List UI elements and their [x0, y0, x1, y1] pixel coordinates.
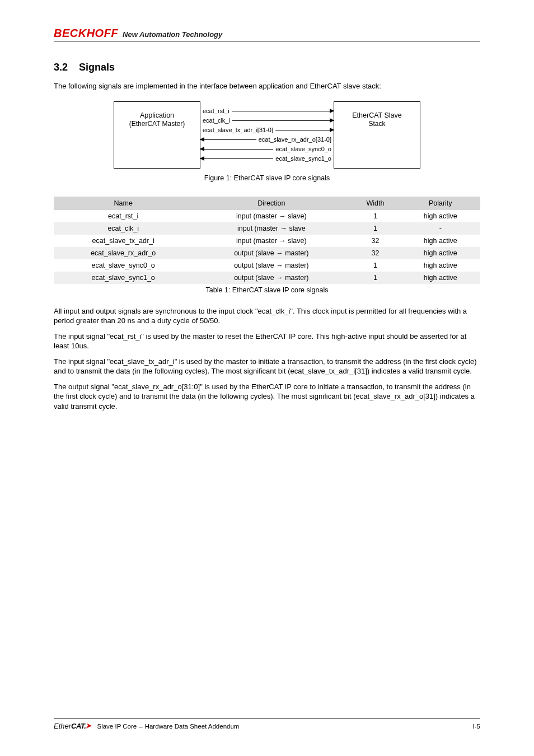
table-row: ecat_slave_rx_adr_ooutput (slave → maste… — [54, 247, 480, 259]
logo-text: Ether — [54, 722, 71, 730]
intro-paragraph: The following signals are implemented in… — [54, 81, 480, 91]
table-cell: input (master → slave) — [193, 210, 350, 222]
figure-caption: Figure 1: EtherCAT slave IP core signals — [54, 174, 480, 182]
arrow-right-icon — [232, 120, 334, 121]
table-cell: 1 — [350, 272, 400, 284]
arrow-label: ecat_slave_sync1_o — [273, 156, 334, 162]
table-cell: ecat_slave_sync1_o — [54, 272, 193, 284]
table-cell: input (master → slave — [193, 222, 350, 235]
code-literal: ecat_slave_rx_adr_o[31] — [355, 392, 435, 400]
table-row: ecat_slave_sync0_ooutput (slave → master… — [54, 259, 480, 272]
signals-table: Name Direction Width Polarity ecat_rst_i… — [54, 197, 480, 284]
diagram-box-master-line2: (EtherCAT Master) — [118, 120, 196, 129]
arrow-label: ecat_slave_tx_adr_i[31-0] — [200, 127, 275, 133]
code-literal: ecat_slave_tx_adr_i[31] — [290, 367, 367, 375]
table-row: ecat_clk_iinput (master → slave1- — [54, 222, 480, 235]
diagram-box-master-line1: Application — [118, 111, 196, 120]
table-cell: output (slave → master) — [193, 272, 350, 284]
arrow-row: ecat_slave_tx_adr_i[31-0] — [200, 127, 334, 133]
table-row: ecat_rst_iinput (master → slave)1high ac… — [54, 210, 480, 222]
table-cell: high active — [400, 247, 480, 259]
arrow-left-icon — [200, 149, 273, 150]
table-cell: 1 — [350, 210, 400, 222]
table-cell: 1 — [350, 222, 400, 235]
arrow-row: ecat_slave_sync0_o — [200, 146, 334, 152]
page-footer: EtherCAT.➤ Slave IP Core – Hardware Data… — [54, 718, 480, 730]
arrow-label: ecat_clk_i — [200, 118, 232, 124]
footer-text-b: Hardware Data Sheet Addendum — [145, 723, 240, 730]
table-cell: high active — [400, 272, 480, 284]
section-number: 3.2 — [54, 62, 68, 73]
table-cell: output (slave → master) — [193, 259, 350, 272]
arrow-row: ecat_clk_i — [200, 118, 334, 124]
page-number: I-5 — [473, 723, 480, 730]
arrow-row: ecat_rst_i — [200, 108, 334, 114]
body-paragraph: All input and output signals are synchro… — [54, 306, 480, 326]
diagram-box-master: Application (EtherCAT Master) — [114, 101, 200, 169]
arrow-left-icon — [200, 139, 256, 140]
body-paragraph: The input signal "ecat_slave_tx_adr_i" i… — [54, 357, 480, 376]
table-caption-text: EtherCAT slave IP core signals — [232, 286, 329, 294]
table-cell: 32 — [350, 247, 400, 259]
table-cell: output (slave → master) — [193, 247, 350, 259]
footer-text: Slave IP Core – Hardware Data Sheet Adde… — [97, 723, 467, 730]
arrow-left-icon — [200, 158, 273, 159]
table-cell: ecat_slave_tx_adr_i — [54, 235, 193, 247]
brand-logo: BECKHOFF — [54, 27, 118, 40]
table-header-row: Name Direction Width Polarity — [54, 197, 480, 210]
table-cell: ecat_rst_i — [54, 210, 193, 222]
signals-diagram: Application (EtherCAT Master) ecat_rst_i… — [114, 101, 420, 169]
table-header: Width — [350, 197, 400, 210]
ethercat-logo: EtherCAT.➤ — [54, 722, 91, 730]
arrow-right-icon — [275, 130, 334, 130]
table-cell: input (master → slave) — [193, 235, 350, 247]
arrow-row: ecat_slave_sync1_o — [200, 156, 334, 162]
table-header: Name — [54, 197, 193, 210]
table-cell: ecat_slave_rx_adr_o — [54, 247, 193, 259]
table-caption-label: Table 1: — [206, 286, 231, 294]
table-cell: ecat_clk_i — [54, 222, 193, 235]
diagram-box-slave-line1: EtherCAT Slave — [338, 111, 416, 120]
section-title: Signals — [79, 62, 115, 73]
body-paragraph: The input signal "ecat_rst_i" is used by… — [54, 332, 480, 351]
table-row: ecat_slave_sync1_ooutput (slave → master… — [54, 272, 480, 284]
footer-dash: – — [139, 723, 142, 730]
logo-arrow-icon: ➤ — [86, 722, 91, 730]
table-cell: 32 — [350, 235, 400, 247]
brand-tagline: New Automation Technology — [123, 30, 222, 39]
table-cell: ecat_slave_sync0_o — [54, 259, 193, 272]
diagram-box-slave: EtherCAT Slave Stack — [334, 101, 420, 169]
table-cell: high active — [400, 259, 480, 272]
table-row: ecat_slave_tx_adr_iinput (master → slave… — [54, 235, 480, 247]
table-cell: high active — [400, 235, 480, 247]
arrow-label: ecat_slave_rx_adr_o[31-0] — [256, 137, 334, 143]
diagram-box-slave-line2: Stack — [338, 120, 416, 129]
body-paragraph: The output signal "ecat_slave_rx_adr_o[3… — [54, 382, 480, 412]
diagram-arrows: ecat_rst_i ecat_clk_i ecat_slave_tx_adr_… — [200, 101, 334, 169]
table-cell: high active — [400, 210, 480, 222]
arrow-label: ecat_slave_sync0_o — [273, 146, 334, 152]
logo-text: CAT. — [71, 722, 86, 730]
paragraph-text: ) indicates a valid transmit cycle. — [367, 367, 472, 375]
figure-caption-text: EtherCAT slave IP core signals — [234, 174, 330, 182]
table-cell: - — [400, 222, 480, 235]
table-header: Direction — [193, 197, 350, 210]
footer-text-a: Slave IP Core — [97, 723, 137, 730]
page-header: BECKHOFF New Automation Technology — [54, 27, 480, 41]
arrow-row: ecat_slave_rx_adr_o[31-0] — [200, 137, 334, 143]
table-header: Polarity — [400, 197, 480, 210]
figure-caption-label: Figure 1: — [204, 174, 232, 182]
arrow-right-icon — [232, 111, 334, 111]
table-cell: 1 — [350, 259, 400, 272]
section-heading: 3.2 Signals — [54, 62, 480, 73]
arrow-label: ecat_rst_i — [200, 108, 232, 114]
table-caption: Table 1: EtherCAT slave IP core signals — [54, 286, 480, 294]
